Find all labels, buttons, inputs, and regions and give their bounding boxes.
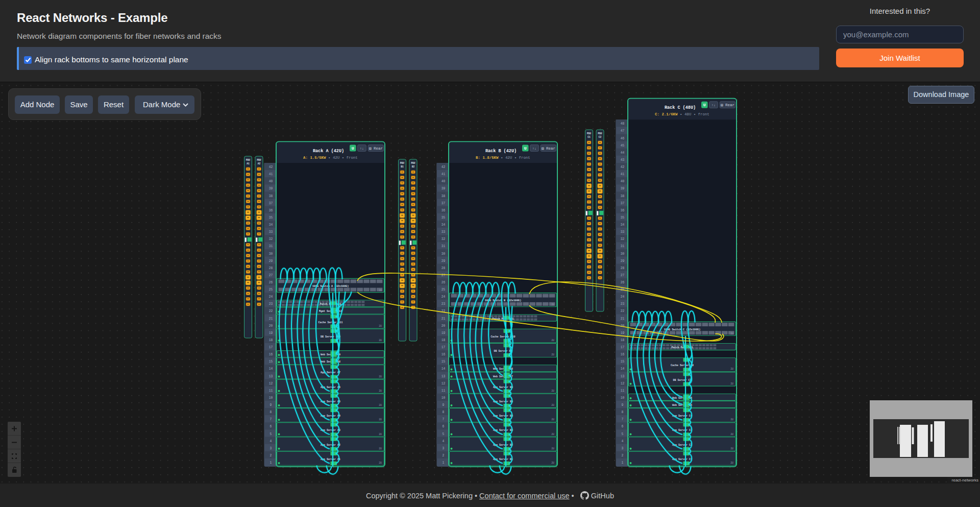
svg-text:DB Server B9: DB Server B9 <box>494 350 512 353</box>
svg-text:34: 34 <box>621 223 625 227</box>
svg-text:2U: 2U <box>551 303 554 306</box>
svg-text:11: 11 <box>621 389 625 393</box>
svg-text:PDU: PDU <box>246 159 251 161</box>
svg-text:9: 9 <box>270 403 272 407</box>
svg-text:30: 30 <box>621 252 625 256</box>
svg-text:3: 3 <box>270 447 272 450</box>
svg-text:3: 3 <box>443 447 445 450</box>
svg-text:29: 29 <box>621 259 625 263</box>
svg-text:2U: 2U <box>551 339 554 342</box>
svg-text:↑↓: ↑↓ <box>712 104 716 107</box>
svg-text:2U: 2U <box>379 289 382 292</box>
svg-text:2U: 2U <box>730 433 733 436</box>
svg-text:2U: 2U <box>379 418 382 421</box>
svg-text:41: 41 <box>621 173 625 176</box>
svg-text:28: 28 <box>621 267 625 270</box>
svg-text:43: 43 <box>621 158 625 162</box>
svg-text:15: 15 <box>269 360 273 364</box>
svg-text:36: 36 <box>621 209 625 212</box>
svg-text:25: 25 <box>442 288 446 292</box>
svg-text:1: 1 <box>443 461 445 465</box>
svg-text:33: 33 <box>442 230 446 234</box>
svg-text:15: 15 <box>621 360 625 364</box>
svg-text:12: 12 <box>621 382 625 385</box>
svg-text:13: 13 <box>269 375 273 378</box>
svg-text:33: 33 <box>621 230 625 234</box>
svg-text:2U: 2U <box>379 447 382 450</box>
svg-text:2: 2 <box>270 454 272 457</box>
svg-text:↑↓: ↑↓ <box>360 147 364 151</box>
svg-text:42: 42 <box>442 165 446 169</box>
svg-text:40: 40 <box>269 180 273 183</box>
svg-text:10: 10 <box>442 396 446 400</box>
svg-text:14: 14 <box>269 367 273 371</box>
svg-text:2U: 2U <box>730 332 733 335</box>
svg-text:11: 11 <box>442 389 446 393</box>
svg-text:▤ Rear: ▤ Rear <box>369 147 383 151</box>
svg-text:18: 18 <box>621 339 625 342</box>
svg-text:47: 47 <box>621 129 625 133</box>
svg-text:2: 2 <box>443 454 445 457</box>
svg-text:Rack A (42U): Rack A (42U) <box>313 149 344 154</box>
svg-text:4: 4 <box>443 440 445 443</box>
svg-text:39: 39 <box>621 187 625 190</box>
svg-text:A: 1.5/5KW: A: 1.5/5KW <box>303 156 326 160</box>
svg-text:1: 1 <box>270 461 272 465</box>
svg-text:2U: 2U <box>379 339 382 342</box>
svg-text:9: 9 <box>443 403 445 407</box>
svg-text:31: 31 <box>442 245 446 248</box>
svg-text:4: 4 <box>622 440 624 443</box>
svg-text:35: 35 <box>269 216 273 220</box>
svg-text:10: 10 <box>269 396 273 400</box>
svg-text:2U: 2U <box>551 418 554 421</box>
svg-text:2U: 2U <box>379 325 382 327</box>
svg-text:B: 1.8/5KW: B: 1.8/5KW <box>476 156 499 160</box>
svg-text:Rack B (42U): Rack B (42U) <box>485 149 517 154</box>
svg-text:33: 33 <box>269 230 273 234</box>
svg-text:42: 42 <box>269 165 273 169</box>
svg-text:13: 13 <box>442 375 446 378</box>
svg-text:22: 22 <box>621 309 625 313</box>
svg-text:19: 19 <box>621 331 625 335</box>
svg-text:2U: 2U <box>730 418 733 421</box>
svg-text:6: 6 <box>443 425 445 428</box>
svg-text:40: 40 <box>442 180 446 183</box>
svg-text:A1: A1 <box>247 162 250 165</box>
svg-text:3: 3 <box>622 447 624 450</box>
svg-text:24: 24 <box>621 295 625 299</box>
svg-text:6: 6 <box>270 425 272 428</box>
svg-text:24: 24 <box>442 295 446 299</box>
svg-text:25: 25 <box>269 288 273 292</box>
svg-text:21: 21 <box>442 317 446 321</box>
svg-text:2U: 2U <box>551 433 554 436</box>
svg-text:DB Server C7: DB Server C7 <box>673 379 691 382</box>
svg-text:38: 38 <box>621 195 625 198</box>
svg-text:30: 30 <box>442 252 446 256</box>
svg-text:39: 39 <box>269 187 273 190</box>
svg-text:9: 9 <box>622 403 624 407</box>
svg-text:41: 41 <box>269 173 273 176</box>
svg-text:1: 1 <box>622 461 624 465</box>
svg-text:21: 21 <box>621 317 625 321</box>
svg-text:23: 23 <box>442 302 446 306</box>
svg-text:23: 23 <box>621 302 625 306</box>
svg-text:45: 45 <box>621 144 625 148</box>
svg-text:10: 10 <box>621 396 625 400</box>
svg-text:8: 8 <box>270 411 272 414</box>
svg-text:Rack C (48U): Rack C (48U) <box>665 105 696 110</box>
svg-text:35: 35 <box>621 216 625 220</box>
svg-text:▤ Rear: ▤ Rear <box>721 103 734 107</box>
svg-text:4: 4 <box>270 440 272 443</box>
svg-text:PDU: PDU <box>587 132 592 135</box>
svg-text:37: 37 <box>269 202 273 205</box>
svg-text:22: 22 <box>269 309 273 313</box>
svg-text:U: U <box>524 146 527 151</box>
svg-text:2U: 2U <box>730 462 733 464</box>
svg-text:7: 7 <box>622 418 624 421</box>
svg-text:34: 34 <box>442 223 446 227</box>
svg-text:28: 28 <box>442 267 446 270</box>
svg-text:• 42U • front: • 42U • front <box>499 156 530 160</box>
svg-text:14: 14 <box>621 367 625 371</box>
svg-text:34: 34 <box>269 223 273 227</box>
svg-text:48: 48 <box>621 122 625 126</box>
